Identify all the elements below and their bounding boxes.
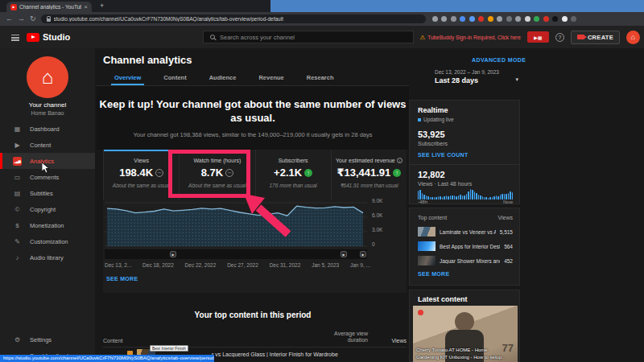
forward-icon[interactable]: → — [18, 15, 25, 23]
bookmark-star-icon[interactable] — [441, 16, 447, 22]
extension-dark-icon[interactable] — [552, 16, 558, 22]
warning-text: TubeBuddy Sign-in Required, Click here — [427, 35, 521, 40]
realtime-card: Realtime Updating live 53,925 Subscriber… — [409, 100, 520, 204]
extension-green-circle-icon[interactable] — [534, 16, 539, 22]
account-avatar[interactable]: ⌂ — [626, 31, 640, 44]
sidebar-item-subtitles[interactable]: ▤ Subtitles — [0, 185, 95, 201]
browser-tab[interactable]: ▶ Channel analytics - YouTube S × — [6, 2, 92, 12]
top-content-period-heading: Your top content in this period — [97, 311, 409, 319]
extension-pin-icon[interactable] — [488, 16, 493, 22]
see-live-count-link[interactable]: SEE LIVE COUNT — [418, 152, 469, 158]
hamburger-menu-icon[interactable] — [11, 35, 19, 43]
extension-adblock-icon[interactable] — [543, 16, 549, 22]
house-icon: ⌂ — [42, 66, 54, 88]
create-video-icon — [577, 35, 584, 39]
extension-person-icon[interactable] — [497, 16, 502, 22]
download-icon[interactable] — [432, 16, 438, 22]
sidebar-item-icon: $ — [13, 221, 22, 230]
browser-status-bar: https://studio.youtube.com/channel/UCa0u… — [0, 355, 214, 362]
axis-start: -48h — [418, 200, 427, 204]
tab-label: Revenue — [258, 74, 283, 81]
tab-research[interactable]: Research — [295, 71, 345, 85]
top-content-row-3[interactable]: Jaquar Shower Mixers and ... 452 — [418, 253, 513, 268]
extension-blue-circle-icon[interactable] — [460, 16, 465, 22]
x-tick: Jan 5, 2023 — [312, 262, 339, 268]
overview-stats-panel: Views 198.4K ∼ About the same as usual W… — [103, 150, 407, 293]
tubebuddy-warning-link[interactable]: ⚠ TubeBuddy Sign-in Required, Click here — [419, 34, 520, 41]
extension-home-icon[interactable] — [451, 16, 456, 22]
tab-overview[interactable]: Overview — [103, 71, 152, 85]
sidebar-item-label: Content — [30, 142, 51, 149]
browser-tabstrip: ▶ Channel analytics - YouTube S × + — [0, 0, 270, 12]
video-title: Jaquar Shower Mixers and ... — [440, 258, 500, 264]
video-thumbnail — [418, 227, 436, 237]
realtime-bar — [504, 194, 505, 200]
sidebar-item-icon: ▶ — [13, 141, 22, 150]
video-upload-marker-icon[interactable]: ▶ — [341, 251, 347, 257]
top-content-row-2[interactable]: Best Apps for Interior Desig... 564 — [418, 239, 513, 253]
create-button[interactable]: CREATE — [571, 31, 620, 44]
top-content-row-1[interactable]: Laminate vs Veneer vs Ac... 5,515 — [418, 224, 513, 239]
latest-content-title: Latest content — [418, 295, 468, 303]
extension-globe-icon[interactable] — [515, 16, 521, 22]
extension-contrast-icon[interactable] — [562, 16, 568, 22]
video-title: Laminate vs Veneer vs Ac... — [440, 229, 496, 235]
youtube-studio-logo[interactable]: Studio — [27, 32, 70, 42]
metric-value: +2.1K — [274, 167, 302, 179]
metric-subscribers[interactable]: Subscribers +2.1K ↑ 176 more than usual — [255, 150, 331, 200]
reload-icon[interactable]: ↻ — [30, 15, 36, 23]
person-in-thumbnail — [455, 312, 474, 331]
tubebuddy-extension-icon[interactable]: ▶▦ — [527, 31, 549, 43]
search-icon — [210, 35, 215, 39]
channel-avatar[interactable]: ⌂ — [27, 56, 68, 98]
sidebar-item-content[interactable]: ▶ Content — [0, 137, 95, 153]
video-title: Best Apps for Interior Desig... — [440, 244, 500, 249]
latest-video-thumbnail[interactable]: 77 Cherry Tomato AT HOME - Home Gardenin… — [413, 306, 518, 362]
see-more-link[interactable]: SEE MORE — [106, 276, 138, 282]
new-tab-button[interactable]: + — [100, 2, 104, 10]
watch-time-chart[interactable] — [105, 200, 367, 248]
back-icon[interactable]: ← — [6, 15, 13, 23]
metric-revenue[interactable]: Your estimated revenue i ₹13,441.91 ↑ ₹6… — [331, 150, 407, 200]
sidebar-item-label: Copyright — [30, 206, 56, 213]
sidebar-item-settings[interactable]: ⚙ Settings — [0, 331, 95, 348]
realtime-bar — [506, 194, 506, 200]
help-icon[interactable]: ? — [555, 33, 564, 42]
video-views: 5,515 — [500, 229, 513, 235]
extension-pinwheel-icon[interactable] — [525, 16, 530, 22]
tab-content[interactable]: Content — [152, 71, 197, 85]
realtime-subscribers-count: 53,925 — [418, 130, 445, 139]
tab-close-icon[interactable]: × — [84, 4, 88, 10]
sidebar-item-label: Comments — [30, 174, 59, 181]
sidebar-item-dashboard[interactable]: ▦ Dashboard — [0, 121, 95, 137]
date-period-text: Last 28 days — [435, 76, 518, 84]
video-upload-marker-icon[interactable]: ▶ — [360, 251, 366, 257]
realtime-bar — [508, 193, 509, 200]
realtime-axis: -48h Now — [418, 200, 513, 204]
x-tick: Dec 18, 2022 — [142, 262, 174, 268]
warning-triangle-icon: ⚠ — [419, 34, 425, 41]
channel-search-input[interactable]: Search across your channel — [203, 31, 414, 43]
browser-profile-avatar[interactable] — [571, 16, 576, 22]
padlock-icon — [47, 19, 51, 22]
tab-label: Audience — [209, 74, 237, 81]
sidebar-item-audio-library[interactable]: ♪ Audio library — [0, 249, 95, 265]
mouse-cursor — [42, 162, 50, 174]
insight-subtitle: Your channel got 198,368 views, similar … — [97, 131, 409, 138]
date-range-text: Dec 13, 2022 – Jan 9, 2023 — [435, 69, 518, 75]
sidebar-item-customization[interactable]: ✎ Customization — [0, 233, 95, 249]
channel-label: Your channel — [0, 101, 95, 109]
tab-revenue[interactable]: Revenue — [247, 71, 295, 85]
video-upload-marker-icon[interactable]: ▶ — [170, 251, 176, 257]
see-more-link[interactable]: SEE MORE — [418, 271, 449, 277]
sidebar-item-copyright[interactable]: © Copyright — [0, 201, 95, 217]
extension-camera-icon[interactable] — [478, 16, 484, 22]
extension-doc-arrow-icon[interactable] — [469, 16, 475, 22]
advanced-mode-link[interactable]: ADVANCED MODE — [472, 57, 526, 63]
extension-people-icon[interactable] — [506, 16, 512, 22]
sidebar-item-monetization[interactable]: $ Monetization — [0, 217, 95, 233]
address-bar[interactable]: studio.youtube.com/channel/UCa0uvkCrF7N7… — [41, 14, 426, 23]
date-range-picker[interactable]: Dec 13, 2022 – Jan 9, 2023 Last 28 days … — [435, 69, 518, 84]
tab-audience[interactable]: Audience — [198, 71, 248, 85]
top-content-title: Top content — [418, 215, 447, 220]
